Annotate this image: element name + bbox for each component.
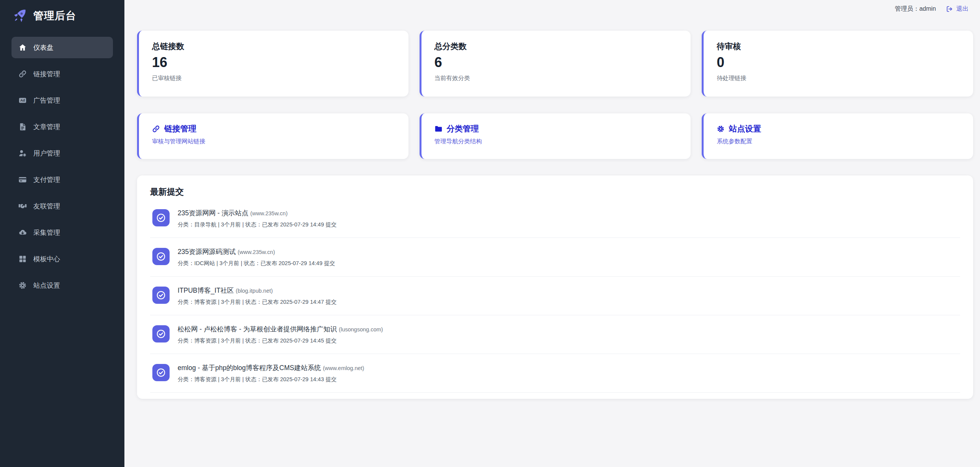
check-badge [152,248,170,265]
sidebar-item-label: 友联管理 [33,202,60,211]
check-badge [152,325,170,342]
sidebar-item-label: 支付管理 [33,175,60,184]
gear-icon [717,125,725,133]
sidebar-item-articles[interactable]: 文章管理 [11,116,113,138]
topbar: 管理员：admin 退出 [137,0,973,18]
folder-icon [434,125,443,133]
submission-text: ITPUB博客_IT社区(blog.itpub.net) 分类：博客资源 | 3… [178,286,336,306]
shortcut-card-site-settings[interactable]: 站点设置 系统参数配置 [702,113,973,159]
logout-icon [946,5,953,13]
stat-caption: 当前有效分类 [434,74,678,82]
submission-title: emlog - 基于php的blog博客程序及CMS建站系统 [178,364,321,372]
sidebar-item-friend-links[interactable]: 友联管理 [11,195,113,217]
circle-check-icon [156,251,166,262]
submission-url: (www.emlog.net) [323,365,364,371]
main-content: 管理员：admin 退出 总链接数 16 已审核链接 总分类数 6 当前有效分类… [124,0,980,467]
admin-label: 管理员：admin [895,5,936,13]
stat-title: 待审核 [717,41,960,52]
home-icon [18,43,27,52]
stats-row: 总链接数 16 已审核链接 总分类数 6 当前有效分类 待审核 0 待处理链接 [137,31,973,97]
submission-meta: 分类：博客资源 | 3个月前 | 状态：已发布 2025-07-29 14:43… [178,376,364,383]
submission-item: ITPUB博客_IT社区(blog.itpub.net) 分类：博客资源 | 3… [150,277,960,315]
stat-caption: 已审核链接 [152,74,395,82]
stat-card-total-links: 总链接数 16 已审核链接 [137,31,408,97]
submission-item: emlog - 基于php的blog博客程序及CMS建站系统(www.emlog… [150,354,960,393]
shortcut-caption: 管理导航分类结构 [434,138,678,146]
submission-meta: 分类：博客资源 | 3个月前 | 状态：已发布 2025-07-29 14:47… [178,298,336,306]
credit-card-icon [18,175,27,184]
sidebar-item-label: 链接管理 [33,69,60,79]
submission-text: 235资源网源码测试(www.235w.cn) 分类：IDC网站 | 3个月前 … [178,247,335,267]
submission-meta: 分类：IDC网站 | 3个月前 | 状态：已发布 2025-07-29 14:4… [178,260,335,267]
stat-value: 6 [434,55,678,70]
sidebar-item-label: 仪表盘 [33,43,54,52]
link-icon [152,125,160,133]
check-badge [152,287,170,304]
submission-item: 235资源网源码测试(www.235w.cn) 分类：IDC网站 | 3个月前 … [150,238,960,277]
user-gear-icon [18,149,27,157]
sidebar-item-collection[interactable]: 采集管理 [11,222,113,243]
sidebar-item-site-settings[interactable]: 站点设置 [11,275,113,296]
gear-icon [18,281,27,290]
sidebar-nav: 仪表盘 链接管理 广告管理 文章管理 用户管理 [11,37,113,296]
stat-title: 总链接数 [152,41,395,52]
circle-check-icon [156,367,166,378]
rocket-icon [11,8,28,24]
submission-meta: 分类：目录导航 | 3个月前 | 状态：已发布 2025-07-29 14:49… [178,221,336,228]
stat-caption: 待处理链接 [717,74,960,82]
shortcut-caption: 审核与管理网站链接 [152,138,395,146]
sidebar-item-label: 站点设置 [33,281,60,290]
sidebar-item-label: 文章管理 [33,122,60,131]
sidebar-item-links[interactable]: 链接管理 [11,63,113,85]
shortcut-caption: 系统参数配置 [717,138,960,146]
recent-submissions-list: 235资源网网 - 演示站点(www.235w.cn) 分类：目录导航 | 3个… [150,199,960,393]
submission-item: 松松网 - 卢松松博客 - 为草根创业者提供网络推广知识(lusongsong.… [150,315,960,354]
submission-title: 235资源网网 - 演示站点 [178,209,248,217]
submission-item: 235资源网网 - 演示站点(www.235w.cn) 分类：目录导航 | 3个… [150,199,960,238]
sidebar-item-templates[interactable]: 模板中心 [11,248,113,270]
sidebar-item-label: 广告管理 [33,96,60,105]
shortcut-title-label: 链接管理 [164,123,196,134]
grid-icon [18,255,27,263]
stat-value: 16 [152,55,395,70]
submission-url: (www.235w.cn) [238,249,275,255]
submission-meta: 分类：博客资源 | 3个月前 | 状态：已发布 2025-07-29 14:45… [178,337,383,344]
check-badge [152,209,170,226]
submission-text: emlog - 基于php的blog博客程序及CMS建站系统(www.emlog… [178,363,364,383]
sidebar: 管理后台 仪表盘 链接管理 广告管理 文章管理 [0,0,124,467]
sidebar-item-label: 用户管理 [33,149,60,158]
logout-label: 退出 [956,5,969,13]
submission-title: 235资源网源码测试 [178,248,236,256]
ad-icon [18,96,27,105]
cloud-download-icon [18,228,27,237]
submission-title: 松松网 - 卢松松博客 - 为草根创业者提供网络推广知识 [178,325,337,333]
submission-url: (www.235w.cn) [250,210,288,216]
submission-text: 235资源网网 - 演示站点(www.235w.cn) 分类：目录导航 | 3个… [178,208,336,228]
submission-text: 松松网 - 卢松松博客 - 为草根创业者提供网络推广知识(lusongsong.… [178,324,383,344]
stat-title: 总分类数 [434,41,678,52]
logout-button[interactable]: 退出 [946,5,969,13]
sidebar-item-users[interactable]: 用户管理 [11,143,113,164]
submission-url: (blog.itpub.net) [236,288,273,294]
circle-check-icon [156,290,166,300]
shortcut-card-links[interactable]: 链接管理 审核与管理网站链接 [137,113,408,159]
handshake-icon [18,202,27,210]
shortcut-title: 分类管理 [434,123,678,134]
circle-check-icon [156,329,166,339]
stat-value: 0 [717,55,960,70]
submission-url: (lusongsong.com) [339,326,383,333]
shortcut-title-label: 分类管理 [447,123,479,134]
app-logo: 管理后台 [11,5,113,37]
recent-submissions-card: 最新提交 235资源网网 - 演示站点(www.235w.cn) 分类：目录导航… [137,175,973,399]
check-badge [152,364,170,381]
sidebar-item-dashboard[interactable]: 仪表盘 [11,37,113,58]
sidebar-item-ads[interactable]: 广告管理 [11,90,113,111]
sidebar-item-payments[interactable]: 支付管理 [11,169,113,190]
file-icon [18,123,27,131]
sidebar-item-label: 采集管理 [33,228,60,237]
sidebar-item-label: 模板中心 [33,254,60,264]
stat-card-pending: 待审核 0 待处理链接 [702,31,973,97]
shortcut-card-categories[interactable]: 分类管理 管理导航分类结构 [420,113,691,159]
shortcut-row: 链接管理 审核与管理网站链接 分类管理 管理导航分类结构 站点设置 系统参数配置 [137,113,973,159]
shortcut-title: 链接管理 [152,123,395,134]
